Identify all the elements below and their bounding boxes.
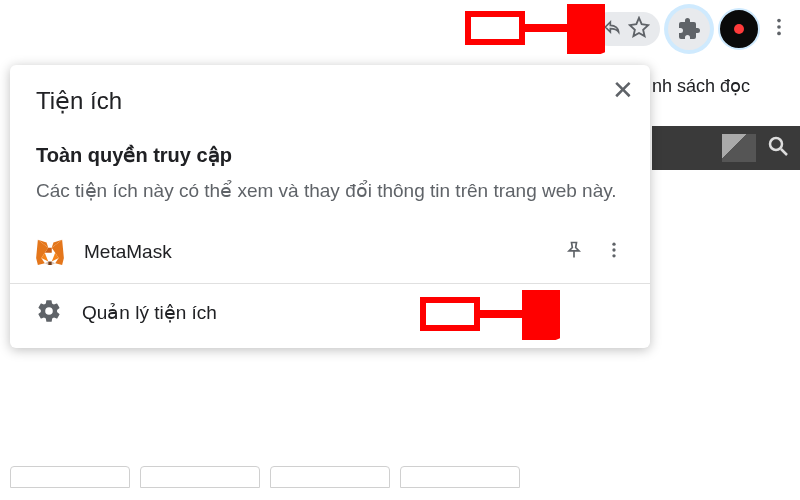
svg-marker-9 [45,261,48,264]
svg-marker-16 [48,261,51,264]
puzzle-icon [677,17,701,41]
thumbnail-image [722,134,756,162]
extension-row[interactable]: MetaMask [36,229,624,275]
manage-extensions-label: Quản lý tiện ích [82,301,624,324]
tab-placeholder [140,466,260,488]
page-toolbar-fragment [652,126,800,170]
chrome-menu-icon[interactable] [768,16,790,42]
popup-title: Tiện ích [36,87,624,115]
popup-access-heading: Toàn quyền truy cập [36,143,624,167]
reading-list-label[interactable]: nh sách đọc [652,75,800,97]
extension-name: MetaMask [84,241,544,263]
svg-point-3 [770,138,782,150]
tab-placeholder [270,466,390,488]
star-icon[interactable] [628,16,650,42]
svg-line-4 [781,149,787,155]
popup-access-description: Các tiện ích này có thể xem và thay đổi … [36,177,624,205]
divider [10,283,650,284]
share-star-group [592,12,660,46]
svg-point-0 [777,19,781,23]
metamask-fox-icon [36,239,64,265]
browser-toolbar [592,8,790,50]
annotation-arrow [465,4,605,54]
svg-rect-21 [468,14,522,42]
tab-placeholder [400,466,520,488]
svg-point-2 [777,32,781,36]
tab-placeholder [10,466,130,488]
pin-icon[interactable] [564,240,584,264]
svg-point-18 [612,242,615,245]
manage-extensions-row[interactable]: Quản lý tiện ích [36,288,624,338]
gear-icon [36,298,62,328]
extensions-button[interactable] [668,8,710,50]
share-icon[interactable] [602,17,622,41]
extensions-popup: ✕ Tiện ích Toàn quyền truy cập Các tiện … [10,65,650,348]
profile-avatar[interactable] [718,8,760,50]
svg-point-1 [777,25,781,29]
bottom-tab-strip [10,466,520,488]
svg-point-20 [612,254,615,257]
svg-point-19 [612,248,615,251]
search-icon[interactable] [766,134,790,162]
extension-menu-icon[interactable] [604,240,624,264]
close-icon[interactable]: ✕ [612,77,634,103]
svg-marker-10 [52,261,55,264]
